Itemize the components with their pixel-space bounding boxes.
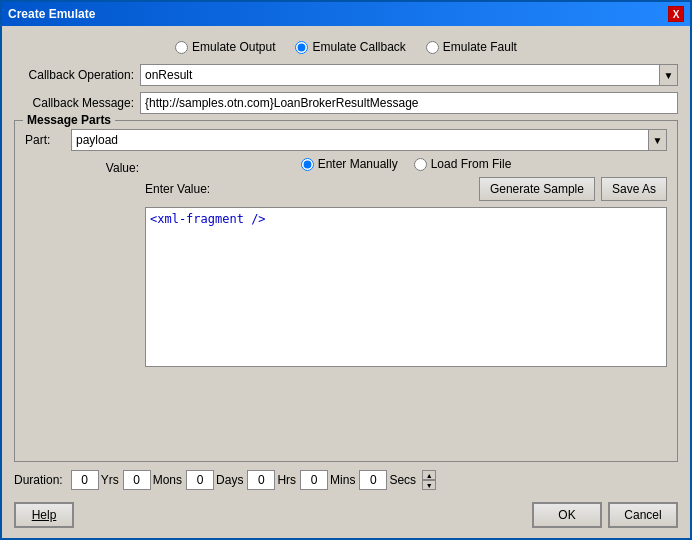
part-dropdown-arrow[interactable]: ▼ (648, 130, 666, 150)
ok-button[interactable]: OK (532, 502, 602, 528)
callback-operation-input[interactable] (141, 66, 659, 84)
emulate-callback-label: Emulate Callback (312, 40, 405, 54)
callback-operation-row: Callback Operation: ▼ (14, 64, 678, 86)
emulate-output-label: Emulate Output (192, 40, 275, 54)
emulate-output-radio[interactable] (175, 41, 188, 54)
duration-days-input[interactable] (186, 470, 214, 490)
bottom-buttons: Help OK Cancel (14, 498, 678, 530)
callback-message-row: Callback Message: (14, 92, 678, 114)
part-label: Part: (25, 133, 65, 147)
part-row: Part: ▼ (25, 129, 667, 151)
duration-spinner[interactable]: ▲ ▼ (422, 470, 436, 490)
emulate-output-option[interactable]: Emulate Output (175, 40, 275, 54)
message-parts-group: Message Parts Part: ▼ Value: Enter (14, 120, 678, 462)
cancel-button[interactable]: Cancel (608, 502, 678, 528)
enter-manually-radio[interactable] (301, 158, 314, 171)
duration-mons-unit: Mons (153, 473, 182, 487)
value-section: Value: Enter Manually Load From File (25, 157, 667, 367)
load-from-file-label: Load From File (431, 157, 512, 171)
callback-operation-label: Callback Operation: (14, 68, 134, 82)
callback-operation-dropdown[interactable]: ▼ (140, 64, 678, 86)
callback-operation-arrow[interactable]: ▼ (659, 65, 677, 85)
window-title: Create Emulate (8, 7, 95, 21)
duration-hrs-unit: Hrs (277, 473, 296, 487)
duration-hrs-input[interactable] (247, 470, 275, 490)
duration-label: Duration: (14, 473, 63, 487)
emulate-fault-label: Emulate Fault (443, 40, 517, 54)
generate-sample-button[interactable]: Generate Sample (479, 177, 595, 201)
duration-mins-field: Mins (300, 470, 355, 490)
emulate-callback-option[interactable]: Emulate Callback (295, 40, 405, 54)
enter-manually-label: Enter Manually (318, 157, 398, 171)
duration-secs-input[interactable] (359, 470, 387, 490)
duration-yrs-input[interactable] (71, 470, 99, 490)
value-content: Enter Manually Load From File Enter Valu… (145, 157, 667, 367)
duration-row: Duration: Yrs Mons Days Hrs Mins (14, 468, 678, 492)
duration-yrs-unit: Yrs (101, 473, 119, 487)
duration-days-unit: Days (216, 473, 243, 487)
duration-secs-unit: Secs (389, 473, 416, 487)
emulate-callback-radio[interactable] (295, 41, 308, 54)
spinner-down[interactable]: ▼ (422, 480, 436, 490)
create-emulate-window: Create Emulate X Emulate Output Emulate … (0, 0, 692, 540)
xml-editor[interactable] (145, 207, 667, 367)
duration-yrs-field: Yrs (71, 470, 119, 490)
emulate-fault-option[interactable]: Emulate Fault (426, 40, 517, 54)
duration-days-field: Days (186, 470, 243, 490)
duration-hrs-field: Hrs (247, 470, 296, 490)
emulate-options-row: Emulate Output Emulate Callback Emulate … (14, 36, 678, 58)
value-radio-row: Enter Manually Load From File (145, 157, 667, 171)
callback-message-label: Callback Message: (14, 96, 134, 110)
message-parts-legend: Message Parts (23, 113, 115, 127)
enter-manually-option[interactable]: Enter Manually (301, 157, 398, 171)
value-buttons-row: Enter Value: Generate Sample Save As (145, 177, 667, 201)
load-from-file-option[interactable]: Load From File (414, 157, 512, 171)
spinner-up[interactable]: ▲ (422, 470, 436, 480)
title-bar: Create Emulate X (2, 2, 690, 26)
callback-message-input[interactable] (140, 92, 678, 114)
window-body: Emulate Output Emulate Callback Emulate … (2, 26, 690, 538)
close-button[interactable]: X (668, 6, 684, 22)
duration-mins-unit: Mins (330, 473, 355, 487)
duration-secs-field: Secs (359, 470, 416, 490)
help-button[interactable]: Help (14, 502, 74, 528)
duration-mons-input[interactable] (123, 470, 151, 490)
duration-mons-field: Mons (123, 470, 182, 490)
save-as-button[interactable]: Save As (601, 177, 667, 201)
part-dropdown[interactable]: ▼ (71, 129, 667, 151)
emulate-fault-radio[interactable] (426, 41, 439, 54)
part-input[interactable] (72, 131, 648, 149)
load-from-file-radio[interactable] (414, 158, 427, 171)
duration-mins-input[interactable] (300, 470, 328, 490)
value-label: Value: (25, 157, 139, 367)
enter-value-label: Enter Value: (145, 182, 473, 196)
